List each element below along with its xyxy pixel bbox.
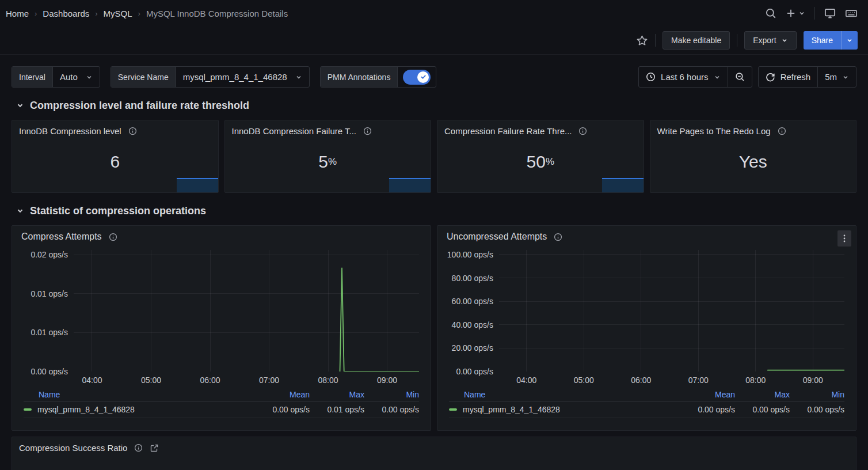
refresh-interval-select[interactable]: 5m bbox=[817, 67, 856, 87]
zoom-out-button[interactable] bbox=[728, 67, 752, 87]
section-compression-threshold[interactable]: Compression level and failure rate thres… bbox=[12, 97, 856, 114]
panel-title[interactable]: Compression Success Ratio bbox=[19, 443, 127, 453]
y-axis-tick-label: 60.00 ops/s bbox=[452, 297, 493, 306]
interval-select[interactable]: Auto bbox=[53, 67, 100, 87]
keyboard-icon[interactable] bbox=[845, 7, 858, 19]
y-axis-tick-label: 100.00 ops/s bbox=[447, 250, 493, 259]
chevron-down-icon bbox=[16, 207, 24, 215]
series-min: 0.00 ops/s bbox=[790, 405, 844, 414]
legend-header-max[interactable]: Max bbox=[310, 390, 364, 399]
pmm-annotations-toggle[interactable] bbox=[403, 70, 431, 85]
panel-compress-attempts: Compress Attempts 0.02 ops/s0.01 ops/s0.… bbox=[12, 225, 431, 431]
make-editable-button[interactable]: Make editable bbox=[663, 31, 730, 50]
legend-header-mean[interactable]: Mean bbox=[255, 390, 310, 399]
info-icon[interactable] bbox=[109, 233, 117, 241]
plot-area[interactable] bbox=[499, 250, 844, 372]
divider bbox=[737, 34, 737, 47]
series-name: mysql_pmm_8_4_1_46828 bbox=[463, 405, 560, 414]
service-name-value: mysql_pmm_8_4_1_46828 bbox=[183, 72, 287, 82]
clock-icon bbox=[646, 72, 656, 82]
share-button[interactable]: Share bbox=[804, 31, 841, 50]
legend-header: Name Mean Max Min bbox=[449, 388, 844, 401]
interval-label: Interval bbox=[12, 67, 53, 87]
series-color-swatch bbox=[24, 408, 32, 411]
series-max: 0.00 ops/s bbox=[735, 405, 790, 414]
x-axis-tick-label: 09:00 bbox=[377, 376, 397, 385]
y-axis-tick-label: 0.01 ops/s bbox=[31, 289, 68, 298]
info-icon[interactable] bbox=[363, 127, 372, 135]
stat-sparkline bbox=[602, 178, 644, 192]
breadcrumb-home[interactable]: Home bbox=[6, 9, 29, 18]
monitor-icon[interactable] bbox=[824, 7, 836, 19]
search-icon[interactable] bbox=[765, 7, 776, 19]
legend-header-mean[interactable]: Mean bbox=[680, 390, 735, 399]
info-icon[interactable] bbox=[554, 233, 562, 241]
x-axis-tick-label: 04:00 bbox=[516, 376, 536, 385]
breadcrumb: Home › Dashboards › MySQL › MySQL InnoDB… bbox=[6, 9, 288, 18]
legend-header-max[interactable]: Max bbox=[735, 390, 790, 399]
panel-title[interactable]: Uncompressed Attempts bbox=[447, 232, 547, 242]
time-range-picker[interactable]: Last 6 hours bbox=[639, 67, 728, 87]
info-icon[interactable] bbox=[134, 444, 143, 452]
series-mean: 0.00 ops/s bbox=[255, 405, 310, 414]
legend-row: mysql_pmm_8_4_1_46828 0.00 ops/s 0.00 op… bbox=[449, 401, 844, 418]
stat-value: Yes bbox=[650, 136, 856, 192]
breadcrumb-separator: › bbox=[138, 9, 140, 18]
section-title: Statistic of compression operations bbox=[30, 205, 206, 217]
chevron-down-icon bbox=[86, 74, 93, 81]
external-link-icon[interactable] bbox=[150, 444, 159, 453]
star-icon[interactable] bbox=[636, 35, 648, 47]
legend-header-min[interactable]: Min bbox=[364, 390, 419, 399]
series-max: 0.01 ops/s bbox=[310, 405, 364, 414]
legend-header-min[interactable]: Min bbox=[790, 390, 844, 399]
y-axis-tick-label: 0.02 ops/s bbox=[31, 250, 68, 259]
time-range-value: Last 6 hours bbox=[661, 72, 709, 82]
x-axis-tick-label: 06:00 bbox=[631, 376, 651, 385]
panel-title[interactable]: Compression Failure Rate Thre... bbox=[444, 126, 572, 136]
info-icon[interactable] bbox=[128, 127, 137, 135]
pmm-annotations-label: PMM Annotations bbox=[321, 67, 398, 87]
chevron-down-icon bbox=[842, 74, 849, 81]
panel-menu-kebab-icon[interactable] bbox=[837, 230, 851, 247]
chevron-down-icon bbox=[714, 74, 721, 81]
panel-compression-failure-rate-threshold: Compression Failure Rate Thre... 50% bbox=[437, 120, 644, 193]
info-icon[interactable] bbox=[778, 127, 786, 135]
plot-area[interactable] bbox=[74, 250, 419, 372]
refresh-button[interactable]: Refresh bbox=[759, 67, 818, 87]
panel-title[interactable]: Compress Attempts bbox=[21, 232, 102, 242]
section-statistic-compression-operations[interactable]: Statistic of compression operations bbox=[12, 202, 856, 219]
chevron-down-icon bbox=[781, 37, 788, 44]
panel-compression-success-ratio: Compression Success Ratio bbox=[12, 437, 856, 470]
panel-title[interactable]: InnoDB Compression level bbox=[19, 126, 121, 136]
series-color-swatch bbox=[449, 408, 457, 411]
share-menu-button[interactable] bbox=[841, 31, 858, 50]
breadcrumb-dashboards[interactable]: Dashboards bbox=[43, 9, 89, 18]
section-title: Compression level and failure rate thres… bbox=[30, 100, 249, 112]
chevron-down-icon bbox=[798, 10, 805, 17]
pmm-annotations-control: PMM Annotations bbox=[320, 66, 437, 88]
export-button-label: Export bbox=[753, 36, 776, 45]
series-min: 0.00 ops/s bbox=[364, 405, 419, 414]
legend-series[interactable]: mysql_pmm_8_4_1_46828 bbox=[449, 405, 680, 414]
breadcrumb-current-page: MySQL InnoDB Compression Details bbox=[146, 9, 288, 18]
export-button[interactable]: Export bbox=[744, 31, 796, 50]
panel-title[interactable]: Write Pages to The Redo Log bbox=[657, 126, 771, 136]
breadcrumb-mysql[interactable]: MySQL bbox=[104, 9, 132, 18]
panel-write-pages-redo-log: Write Pages to The Redo Log Yes bbox=[650, 120, 857, 193]
legend-header-name[interactable]: Name bbox=[449, 390, 680, 399]
legend-header-name[interactable]: Name bbox=[24, 390, 255, 399]
service-name-select[interactable]: mysql_pmm_8_4_1_46828 bbox=[176, 67, 309, 87]
time-range-group: Last 6 hours bbox=[638, 66, 752, 88]
x-axis-tick-label: 06:00 bbox=[200, 376, 220, 385]
charts-row: Compress Attempts 0.02 ops/s0.01 ops/s0.… bbox=[12, 225, 856, 431]
y-axis-tick-label: 40.00 ops/s bbox=[452, 320, 493, 329]
interval-control: Interval Auto bbox=[12, 66, 100, 88]
panel-title[interactable]: InnoDB Compression Failure T... bbox=[232, 126, 356, 136]
interval-value: Auto bbox=[60, 72, 78, 82]
legend-series[interactable]: mysql_pmm_8_4_1_46828 bbox=[24, 405, 255, 414]
y-axis-tick-label: 0.01 ops/s bbox=[31, 328, 68, 337]
refresh-label: Refresh bbox=[781, 72, 811, 82]
add-menu-button[interactable] bbox=[786, 8, 805, 18]
info-icon[interactable] bbox=[578, 127, 587, 135]
service-name-control: Service Name mysql_pmm_8_4_1_46828 bbox=[111, 66, 310, 88]
